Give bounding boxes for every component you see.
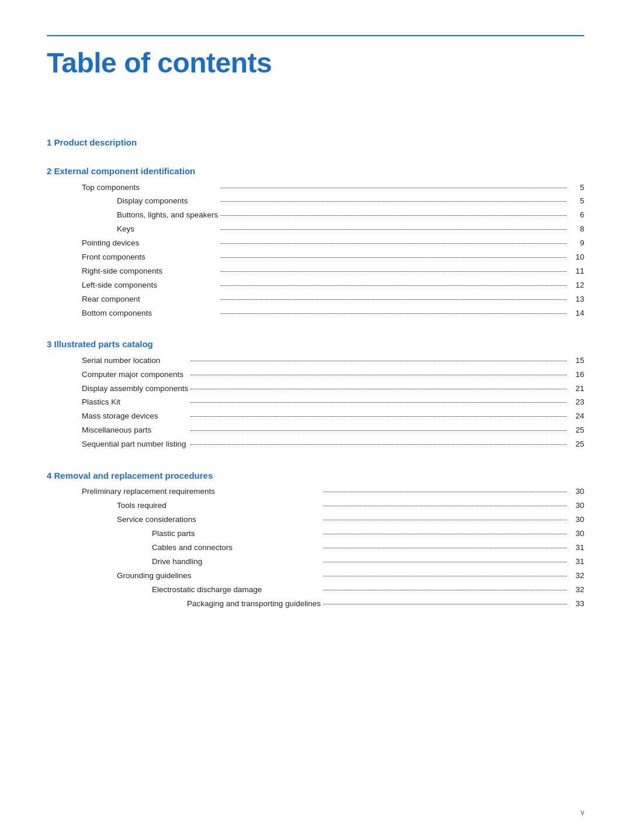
footer-page-number: v [581, 808, 584, 817]
toc-dots [190, 354, 567, 368]
toc-row: Display assembly components21 [47, 382, 584, 396]
toc-page-number: 25 [567, 438, 584, 452]
toc-page-number: 24 [567, 410, 584, 424]
toc-dots [190, 382, 567, 396]
toc-row: Computer major components16 [47, 368, 584, 382]
toc-page-number: 9 [567, 237, 584, 251]
toc-row: Electrostatic discharge damage32 [47, 583, 584, 597]
toc-page-number: 10 [567, 251, 584, 265]
section-1: 1 Product description [47, 137, 584, 147]
toc-entry-text: Grounding guidelines [47, 569, 323, 583]
section-4-heading: 4 Removal and replacement procedures [47, 471, 584, 481]
toc-dots [220, 265, 567, 279]
toc-row: Grounding guidelines32 [47, 569, 584, 583]
toc-row: Service considerations30 [47, 513, 584, 527]
toc-dots [220, 209, 567, 223]
toc-dots [190, 368, 567, 382]
toc-row: Rear component13 [47, 292, 584, 306]
toc-page-number: 21 [567, 382, 584, 396]
toc-entry-text: Buttons, lights, and speakers [47, 209, 220, 223]
toc-row: Buttons, lights, and speakers6 [47, 209, 584, 223]
toc-entry-text: Electrostatic discharge damage [47, 583, 323, 597]
toc-row: Left-side components12 [47, 278, 584, 292]
toc-row: Miscellaneous parts25 [47, 424, 584, 438]
toc-page-number: 14 [567, 306, 584, 320]
toc-row: Display components5 [47, 195, 584, 209]
toc-entry-text: Display assembly components [47, 382, 190, 396]
toc-dots [220, 223, 567, 237]
toc-entry-text: Bottom components [47, 306, 220, 320]
toc-dots [323, 569, 567, 583]
section-2-table: Top components5Display components5Button… [47, 181, 584, 320]
top-rule [47, 35, 584, 36]
toc-dots [323, 583, 567, 597]
toc-row: Plastics Kit23 [47, 396, 584, 410]
toc-page-number: 11 [567, 265, 584, 279]
toc-dots [220, 292, 567, 306]
toc-entry-text: Cables and connectors [47, 541, 323, 555]
toc-dots [323, 485, 567, 499]
toc-entry-text: Keys [47, 223, 220, 237]
toc-entry-text: Top components [47, 181, 220, 195]
toc-row: Right-side components11 [47, 265, 584, 279]
toc-dots [220, 181, 567, 195]
section-4-table: Preliminary replacement requirements30To… [47, 485, 584, 611]
toc-entry-text: Display components [47, 195, 220, 209]
toc-page-number: 25 [567, 424, 584, 438]
toc-row: Front components10 [47, 251, 584, 265]
toc-page-number: 5 [567, 195, 584, 209]
page-title: Table of contents [47, 47, 584, 79]
toc-dots [323, 513, 567, 527]
toc-row: Plastic parts30 [47, 527, 584, 541]
toc-dots [220, 251, 567, 265]
toc-entry-text: Computer major components [47, 368, 190, 382]
toc-row: Serial number location15 [47, 354, 584, 368]
toc-row: Packaging and transporting guidelines33 [47, 597, 584, 611]
toc-dots [323, 597, 567, 611]
toc-page-number: 33 [567, 597, 584, 611]
section-2-heading: 2 External component identification [47, 166, 584, 176]
toc-dots [190, 424, 567, 438]
toc-dots [190, 438, 567, 452]
toc-row: Drive handling31 [47, 555, 584, 569]
toc-page-number: 31 [567, 541, 584, 555]
toc-dots [323, 555, 567, 569]
section-1-heading: 1 Product description [47, 137, 584, 147]
toc-entry-text: Preliminary replacement requirements [47, 485, 323, 499]
toc-entry-text: Sequential part number listing [47, 438, 190, 452]
toc-row: Mass storage devices24 [47, 410, 584, 424]
toc-row: Keys8 [47, 223, 584, 237]
toc-dots [220, 195, 567, 209]
section-3-heading: 3 Illustrated parts catalog [47, 339, 584, 349]
toc-dots [190, 410, 567, 424]
toc-dots [190, 396, 567, 410]
toc-page-number: 30 [567, 499, 584, 513]
toc-row: Bottom components14 [47, 306, 584, 320]
toc-page-number: 15 [567, 354, 584, 368]
toc-page-number: 16 [567, 368, 584, 382]
toc-row: Sequential part number listing25 [47, 438, 584, 452]
toc-entry-text: Serial number location [47, 354, 190, 368]
toc-entry-text: Miscellaneous parts [47, 424, 190, 438]
toc-dots [220, 278, 567, 292]
toc-page-number: 30 [567, 513, 584, 527]
toc-entry-text: Packaging and transporting guidelines [47, 597, 323, 611]
toc-page-number: 13 [567, 292, 584, 306]
toc-entry-text: Plastic parts [47, 527, 323, 541]
toc-dots [323, 541, 567, 555]
toc-row: Cables and connectors31 [47, 541, 584, 555]
toc-entry-text: Mass storage devices [47, 410, 190, 424]
toc-dots [220, 306, 567, 320]
toc-page-number: 12 [567, 278, 584, 292]
toc-row: Top components5 [47, 181, 584, 195]
toc-row: Preliminary replacement requirements30 [47, 485, 584, 499]
toc-row: Pointing devices9 [47, 237, 584, 251]
toc-entry-text: Left-side components [47, 278, 220, 292]
toc-entry-text: Rear component [47, 292, 220, 306]
toc-row: Tools required30 [47, 499, 584, 513]
toc-entry-text: Tools required [47, 499, 323, 513]
toc-dots [323, 499, 567, 513]
toc-page-number: 23 [567, 396, 584, 410]
toc-page-number: 32 [567, 583, 584, 597]
toc-page-number: 6 [567, 209, 584, 223]
